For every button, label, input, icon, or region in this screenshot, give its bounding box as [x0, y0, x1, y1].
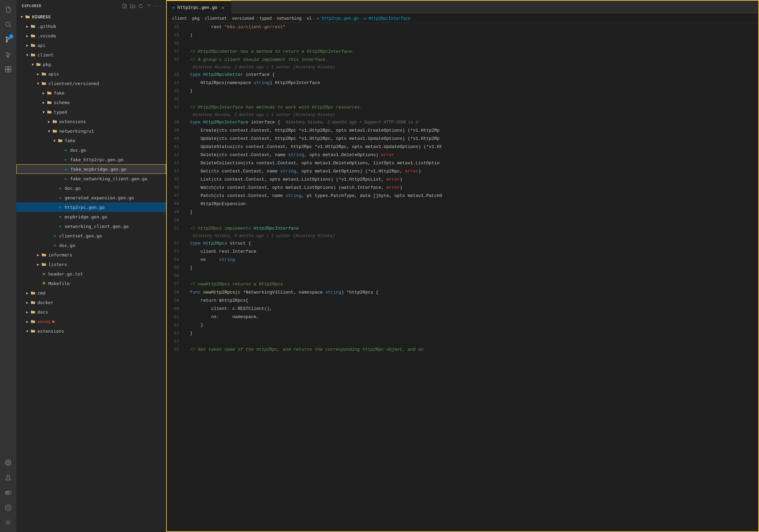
- code-annotation-51: Hinsteny Hisoka, 2 months ago | 1 author…: [190, 233, 758, 239]
- sidebar-item-pkg[interactable]: ▼ pkg: [16, 60, 166, 69]
- new-file-button[interactable]: [121, 3, 128, 10]
- breadcrumb-pkg[interactable]: pkg: [192, 16, 200, 21]
- settings-icon[interactable]: [1, 516, 15, 529]
- extensions-icon[interactable]: [1, 63, 15, 76]
- sidebar-item-docs[interactable]: ▶ docs: [16, 307, 166, 317]
- ln-28: 28: [167, 23, 184, 31]
- folder-icon: [25, 14, 31, 19]
- github-label: .github: [37, 24, 56, 29]
- makefile-label: Makefile: [48, 281, 70, 286]
- sidebar-item-envoy[interactable]: ▶ envoy ●: [16, 317, 166, 326]
- go-file-icon-net-client: ∞: [57, 225, 63, 228]
- tree-root-higress[interactable]: ▼ HIGRESS: [16, 12, 166, 21]
- folder-icon-extensions: [52, 119, 58, 124]
- folder-icon-listers: [41, 262, 47, 267]
- collapse-all-button[interactable]: [146, 3, 152, 10]
- folder-icon-pkg: [35, 62, 42, 67]
- remote-icon[interactable]: [1, 456, 15, 469]
- sidebar-item-clientset-versioned[interactable]: ▼ clientset/versioned: [16, 79, 166, 88]
- tab-http2rpc[interactable]: ∞ http2rpc.gen.go ✕: [167, 1, 231, 14]
- sidebar-item-docker[interactable]: ▶ docker: [16, 298, 166, 307]
- sidebar-item-clientset-gen[interactable]: ▶ ∞ clientset.gen.go: [16, 231, 166, 240]
- sidebar-item-doc-go-3[interactable]: ▶ ∞ doc.go: [16, 240, 166, 250]
- docker-icon[interactable]: [1, 486, 15, 499]
- refresh-button[interactable]: [138, 3, 144, 10]
- more-actions-button[interactable]: ···: [154, 3, 161, 10]
- sidebar-item-api[interactable]: ▶ api: [16, 40, 166, 50]
- ln-57: 57: [167, 280, 184, 288]
- sidebar-item-fake-mcpbridge[interactable]: ▶ ∞ fake_mcpbridge.gen.go: [16, 164, 166, 174]
- arrow-informers: ▶: [35, 253, 41, 257]
- sidebar-item-extensions-root[interactable]: ▼ extensions: [16, 326, 166, 336]
- breadcrumb-file[interactable]: ∞ http2rpc.gen.go: [317, 16, 359, 21]
- run-debug-icon[interactable]: [1, 48, 15, 61]
- sidebar-item-informers[interactable]: ▶ informers: [16, 250, 166, 260]
- breadcrumb-typed[interactable]: typed: [259, 16, 272, 21]
- sidebar-item-fake-inner[interactable]: ▼ fake: [16, 136, 166, 145]
- go-file-icon-fake-mcpbridge: ∞: [63, 167, 69, 171]
- arrow-envoy: ▶: [25, 320, 30, 323]
- svg-point-17: [7, 521, 9, 523]
- editor-area: ∞ http2rpc.gen.go ✕ client › pkg › clien…: [166, 0, 759, 532]
- sidebar-item-vscode[interactable]: ▶ .vscode: [16, 31, 166, 40]
- code-line-48: Http2RpcExpansion: [190, 200, 758, 208]
- doc-go-label: doc.go: [65, 186, 81, 191]
- code-line-39: Create(ctx context.Context, http2Rpc *v1…: [190, 127, 758, 135]
- tab-close-button[interactable]: ✕: [220, 5, 226, 10]
- breadcrumb-v1[interactable]: v1: [307, 16, 311, 21]
- sidebar-item-typed[interactable]: ▼ typed: [16, 107, 166, 117]
- code-line-36: [190, 95, 758, 103]
- code-line-46: Watch(ctx context.Context, opts metav1.L…: [190, 184, 758, 192]
- code-line-33: type Http2RpcsGetter interface {: [190, 71, 758, 79]
- sidebar-item-cmd[interactable]: ▶ cmd: [16, 288, 166, 298]
- ln-47: 47: [167, 192, 184, 200]
- sidebar-item-listers[interactable]: ▶ listers: [16, 260, 166, 269]
- code-line-32: // A group's client should implement thi…: [190, 56, 758, 64]
- sidebar-item-networking-client[interactable]: ▶ ∞ networking_client.gen.go: [16, 221, 166, 231]
- code-line-43: DeleteCollection(ctx context.Context, op…: [190, 159, 758, 167]
- files-icon[interactable]: [1, 3, 15, 16]
- sidebar-item-header-txt[interactable]: ▶ ≡ header.go.txt: [16, 269, 166, 279]
- sidebar-item-mcpbridge-gen[interactable]: ▶ ∞ mcpbridge.gen.go: [16, 212, 166, 221]
- doc-go-3-label: doc.go: [59, 243, 75, 248]
- breadcrumb-symbol[interactable]: ∞ Http2RpcInterface: [364, 16, 410, 21]
- file-tree: ▼ HIGRESS ▶ .github ▶ .vscode ▶: [16, 12, 166, 532]
- search-icon[interactable]: [1, 18, 15, 31]
- new-folder-button[interactable]: [129, 3, 136, 10]
- ln-41: 41: [167, 143, 184, 151]
- sidebar-item-github[interactable]: ▶ .github: [16, 21, 166, 31]
- docs-label: docs: [37, 310, 48, 315]
- test-icon[interactable]: [1, 471, 15, 484]
- source-control-icon[interactable]: 2: [1, 33, 15, 46]
- sidebar-item-scheme[interactable]: ▶ scheme: [16, 98, 166, 107]
- folder-icon-docs: [30, 310, 36, 314]
- sidebar-item-generated-expansion[interactable]: ▶ ∞ generated_expansion.gen.go: [16, 193, 166, 202]
- arrow-typed: ▼: [41, 110, 46, 114]
- sidebar-item-makefile[interactable]: ▶ M Makefile: [16, 279, 166, 288]
- code-editor[interactable]: 28 29 30 31 32 33 34 35 36 37 38 39 40 4…: [167, 23, 758, 531]
- sidebar-item-http2rpc-gen[interactable]: ▶ ∞ http2rpc.gen.go: [16, 202, 166, 212]
- ln-45: 45: [167, 176, 184, 184]
- code-line-50: [190, 216, 758, 225]
- sidebar-item-fake[interactable]: ▶ fake: [16, 88, 166, 98]
- kubernetes-icon[interactable]: [1, 501, 15, 514]
- code-line-58: func newHttp2Rpcs(c *NetworkingV1Client,…: [190, 288, 758, 297]
- sidebar-item-extensions[interactable]: ▶ extensions: [16, 117, 166, 126]
- breadcrumb-networking[interactable]: networking: [277, 16, 301, 21]
- sidebar-item-apis[interactable]: ▶ apis: [16, 69, 166, 79]
- clientset-versioned-label: clientset/versioned: [48, 81, 99, 86]
- breadcrumb-clientset[interactable]: clientset: [205, 16, 227, 21]
- sidebar-item-doc-go[interactable]: ▶ ∞ doc.go: [16, 183, 166, 193]
- ln-31: 31: [167, 48, 184, 56]
- sidebar-item-networking-v1[interactable]: ▼ networking/v1: [16, 126, 166, 136]
- sidebar-item-doc-go-inner[interactable]: ▶ ∞ doc.go: [16, 145, 166, 155]
- breadcrumb-client[interactable]: client: [172, 16, 187, 21]
- arrow-github: ▶: [25, 24, 30, 28]
- collapse-arrow: ▼: [19, 15, 25, 19]
- ln-54: 54: [167, 256, 184, 264]
- sidebar-item-fake-http2rpc[interactable]: ▶ ∞ fake_http2rpc.gen.go: [16, 155, 166, 164]
- go-file-icon-mcpbridge: ∞: [57, 215, 63, 219]
- sidebar-item-fake-networking[interactable]: ▶ ∞ fake_networking_client.gen.go: [16, 174, 166, 183]
- sidebar-item-client[interactable]: ▼ client: [16, 50, 166, 60]
- breadcrumb-versioned[interactable]: versioned: [232, 16, 254, 21]
